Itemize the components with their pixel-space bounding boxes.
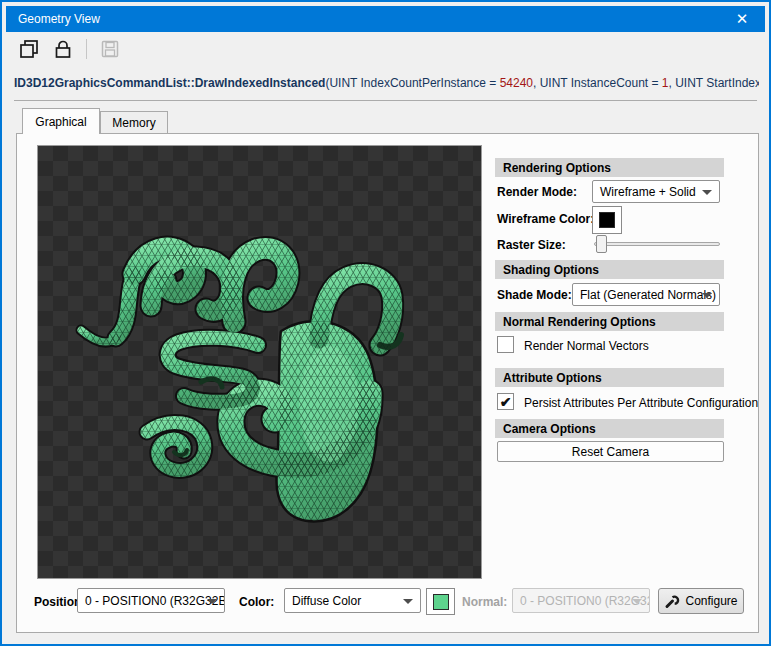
close-icon[interactable]: ✕ (731, 9, 753, 29)
raster-size-slider-thumb[interactable] (596, 235, 607, 253)
tab-graphical[interactable]: Graphical (22, 108, 100, 134)
persist-attributes-label: Persist Attributes Per Attribute Configu… (524, 396, 758, 410)
toolbar (6, 32, 765, 66)
check-icon: ✔ (500, 394, 512, 410)
lock-icon (53, 39, 73, 59)
geometry-view-window: Geometry View ✕ ID3D12GraphicsCommandL (0, 0, 771, 646)
diffuse-color-swatch (433, 594, 449, 610)
window-title: Geometry View (18, 12, 100, 26)
normal-dropdown-disabled: 0 - POSITION0 (R32G32B (512, 588, 650, 613)
chevron-down-icon (632, 599, 642, 604)
copy-icon (19, 39, 39, 59)
normal-label: Normal: (462, 595, 507, 609)
raster-size-label: Raster Size: (497, 238, 566, 252)
wireframe-color-swatch (599, 212, 615, 228)
save-button-disabled (97, 36, 123, 62)
render-mode-label: Render Mode: (497, 185, 577, 199)
tab-memory[interactable]: Memory (100, 111, 168, 134)
render-mode-dropdown[interactable]: Wireframe + Solid (592, 180, 720, 203)
wireframe-color-label: Wireframe Color: (497, 212, 594, 226)
rendering-options-header: Rendering Options (495, 158, 724, 177)
persist-attributes-checkbox[interactable]: ✔ (497, 393, 514, 410)
reset-camera-button[interactable]: Reset Camera (497, 441, 724, 462)
color-label: Color: (239, 595, 274, 609)
title-bar: Geometry View ✕ (6, 6, 765, 32)
divider (14, 100, 757, 101)
shade-mode-label: Shade Mode: (497, 288, 572, 302)
shading-options-header: Shading Options (495, 260, 724, 279)
mesh-canvas (38, 146, 481, 578)
save-icon (101, 40, 119, 58)
api-call-text: ID3D12GraphicsCommandList::DrawIndexedIn… (14, 76, 759, 96)
toolbar-separator (86, 39, 87, 59)
attribute-options-header: Attribute Options (495, 368, 724, 387)
diffuse-color-swatch-button[interactable] (426, 588, 455, 615)
api-method-name: ID3D12GraphicsCommandList::DrawIndexedIn… (14, 76, 325, 90)
chevron-down-icon (702, 293, 712, 298)
wireframe-color-button[interactable] (592, 206, 622, 234)
render-normal-vectors-checkbox[interactable] (497, 336, 514, 353)
lock-button[interactable] (50, 36, 76, 62)
geometry-viewport[interactable] (37, 145, 482, 579)
configure-button[interactable]: Configure (658, 588, 744, 614)
chevron-down-icon (702, 190, 712, 195)
chevron-down-icon (207, 599, 217, 604)
camera-options-header: Camera Options (495, 419, 724, 438)
render-normal-vectors-label: Render Normal Vectors (524, 339, 649, 353)
wrench-icon (664, 593, 680, 609)
raster-size-slider[interactable] (594, 242, 720, 246)
checkerboard-background (38, 146, 481, 578)
normal-rendering-options-header: Normal Rendering Options (495, 312, 724, 331)
shade-mode-dropdown[interactable]: Flat (Generated Normals) (572, 283, 720, 306)
copy-button[interactable] (16, 36, 42, 62)
color-dropdown[interactable]: Diffuse Color (284, 588, 421, 613)
position-dropdown[interactable]: 0 - POSITION0 (R32G32B (77, 588, 225, 613)
chevron-down-icon (403, 599, 413, 604)
